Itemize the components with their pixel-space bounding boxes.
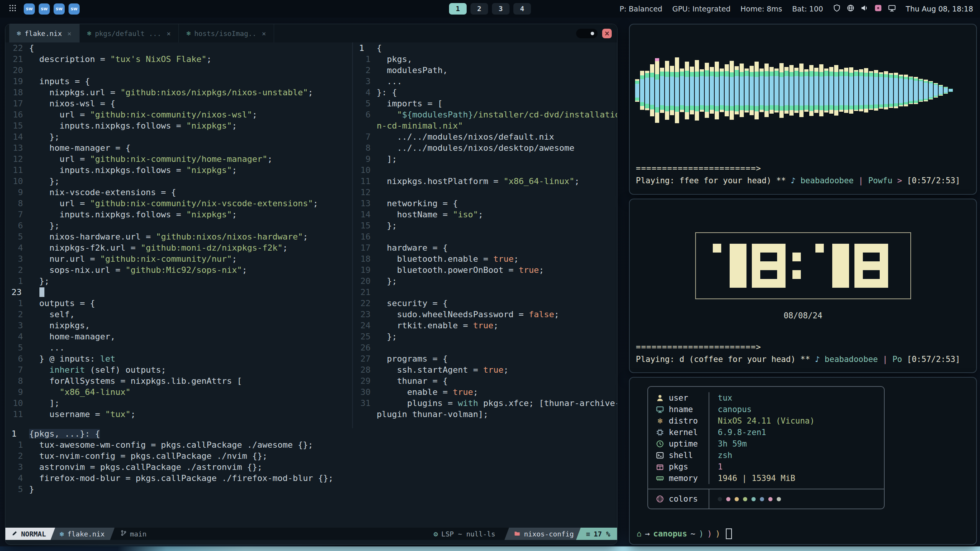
tag-button-3[interactable]: 3: [492, 3, 510, 15]
app-launcher-button[interactable]: [7, 3, 18, 15]
code-line[interactable]: 4 firefox-mod-blur = pkgs.callPackage ./…: [5, 473, 617, 484]
code-line[interactable]: 21 description = "tux's NixOS Flake";: [5, 54, 352, 65]
code-line[interactable]: 12: [353, 187, 617, 198]
tab-close-icon[interactable]: ×: [67, 29, 72, 37]
tag-button-4[interactable]: 4: [513, 3, 531, 15]
code-line[interactable]: 29 thunar = {: [353, 375, 617, 386]
code-line[interactable]: 8 forAllSystems = nixpkgs.lib.genAttrs [: [5, 375, 352, 386]
code-line[interactable]: 8 ../../modules/nixos/desktop/awesome: [353, 142, 617, 153]
code-line[interactable]: 20: [5, 65, 352, 76]
code-line[interactable]: 25 };: [353, 331, 617, 342]
code-line[interactable]: 3 nur.url = "github:nix-community/nur";: [5, 253, 352, 264]
code-line[interactable]: 3 astronvim = pkgs.callPackage ./astronv…: [5, 461, 617, 473]
code-line[interactable]: 17 hardware = {: [353, 242, 617, 253]
code-line[interactable]: 2 tux-nvim-config = pkgs.callPackage ./n…: [5, 450, 617, 461]
clock-widget[interactable]: Thu Aug 08, 18:18: [906, 5, 973, 13]
code-line[interactable]: 1 tux-awesome-wm-config = pkgs.callPacka…: [5, 439, 617, 450]
shell-prompt[interactable]: ⌂→canopus~))): [637, 528, 732, 539]
code-line[interactable]: 22{: [5, 42, 352, 54]
code-line[interactable]: 7 inherit (self) outputs;: [5, 364, 352, 375]
code-line[interactable]: 2 modulesPath,: [353, 65, 617, 76]
color-dot: [777, 497, 781, 501]
code-line[interactable]: 6 };: [5, 220, 352, 231]
code-line[interactable]: 13 home-manager = {: [5, 142, 352, 153]
code-line[interactable]: 15 };: [353, 220, 617, 231]
code-line[interactable]: 9 nix-vscode-extensions = {: [5, 187, 352, 198]
code-line[interactable]: 18 bluetooth.enable = true;: [353, 253, 617, 264]
code-line[interactable]: 10 };: [5, 176, 352, 187]
ontop-toggle-button[interactable]: [576, 29, 598, 38]
code-line[interactable]: 14 hostName = "iso";: [353, 209, 617, 220]
code-line[interactable]: 19 inputs = {: [5, 76, 352, 87]
code-line[interactable]: 11 nixpkgs.hostPlatform = "x86_64-linux"…: [353, 176, 617, 187]
code-line[interactable]: 3 ...: [353, 76, 617, 87]
dock-app-3[interactable]: sw: [54, 3, 65, 15]
code-line[interactable]: 5 ...: [5, 342, 352, 353]
code-line[interactable]: 17 nixos-wsl = {: [5, 98, 352, 109]
code-line[interactable]: 2 sops-nix.url = "github:Mic92/sops-nix"…: [5, 264, 352, 276]
code-line[interactable]: 20 };: [353, 276, 617, 287]
tab-pkgs-default-[interactable]: ❄pkgs/default ...×: [80, 24, 179, 42]
code-line[interactable]: 23 sudo.wheelNeedsPassword = false;: [353, 309, 617, 320]
code-line[interactable]: 9 ];: [353, 153, 617, 165]
code-line[interactable]: 11 inputs.nixpkgs.follows = "nixpkgs";: [5, 165, 352, 176]
code-line[interactable]: 4 nixpkgs-f2k.url = "github:moni-dz/nixp…: [5, 242, 352, 253]
code-line[interactable]: 1{pkgs, ...}: {: [5, 428, 617, 439]
code-line[interactable]: n-cd-minimal.nix": [353, 120, 617, 131]
shield-icon[interactable]: [833, 4, 841, 13]
code-line[interactable]: 6 } @ inputs: let: [5, 353, 352, 364]
code-line[interactable]: 5 nixos-hardware.url = "github:nixos/nix…: [5, 231, 352, 242]
code-line[interactable]: 5 imports = [: [353, 98, 617, 109]
dock-app-1[interactable]: sw: [24, 3, 35, 15]
code-line[interactable]: 24 rtkit.enable = true;: [353, 320, 617, 331]
tab-flake-nix[interactable]: ❄flake.nix×: [9, 24, 80, 42]
code-line[interactable]: 18 nixpkgs.url = "github:nixos/nixpkgs/n…: [5, 87, 352, 98]
tab-hosts-isoimag-[interactable]: ❄hosts/isoImag..×: [179, 24, 274, 42]
globe-icon[interactable]: [847, 4, 854, 13]
code-line[interactable]: 8 url = "github:nix-community/nix-vscode…: [5, 198, 352, 209]
code-line[interactable]: 7 ../../modules/nixos/default.nix: [353, 131, 617, 142]
code-line[interactable]: 21: [353, 287, 617, 298]
code-line[interactable]: 14 };: [5, 131, 352, 142]
dock-app-4[interactable]: sw: [69, 3, 80, 15]
code-line[interactable]: 31 plugins = with pkgs.xfce; [thunar-arc…: [353, 398, 617, 409]
code-line[interactable]: 27 programs = {: [353, 353, 617, 364]
code-line[interactable]: 4 home-manager,: [5, 331, 352, 342]
window-close-button[interactable]: ×: [602, 29, 612, 38]
code-line[interactable]: 6 "${modulesPath}/installer/cd-dvd/insta…: [353, 109, 617, 120]
code-line[interactable]: 26: [353, 342, 617, 353]
dock-app-2[interactable]: sw: [39, 3, 50, 15]
code-line[interactable]: 16: [353, 231, 617, 242]
code-line[interactable]: 5}: [5, 484, 617, 495]
code-line[interactable]: 15 inputs.nixpkgs.follows = "nixpkgs";: [5, 120, 352, 131]
tab-close-icon[interactable]: ×: [262, 29, 266, 37]
tag-button-2[interactable]: 2: [470, 3, 488, 15]
code-line[interactable]: 13 networking = {: [353, 198, 617, 209]
code-line[interactable]: 22 security = {: [353, 298, 617, 309]
code-line[interactable]: 10 ];: [5, 398, 352, 409]
code-line[interactable]: plugin thunar-volman];: [353, 409, 617, 420]
volume-icon[interactable]: [861, 4, 868, 13]
code-line[interactable]: 16 url = "github:nix-community/nixos-wsl…: [5, 109, 352, 120]
code-line[interactable]: 7 inputs.nixpkgs.follows = "nixpkgs";: [5, 209, 352, 220]
music-visualizer-window: =======================> Playing: ffee f…: [629, 24, 977, 195]
code-line[interactable]: 10: [353, 165, 617, 176]
code-line[interactable]: 2 self,: [5, 309, 352, 320]
code-line[interactable]: 9 "x86_64-linux": [5, 386, 352, 398]
code-line[interactable]: 28 ssh.startAgent = true;: [353, 364, 617, 375]
code-line[interactable]: 23: [5, 287, 352, 298]
color-picker-icon[interactable]: [874, 4, 882, 13]
tab-close-icon[interactable]: ×: [167, 29, 171, 37]
code-line[interactable]: 11 username = "tux";: [5, 409, 352, 420]
code-line[interactable]: 1 outputs = {: [5, 298, 352, 309]
code-line[interactable]: 19 bluetooth.powerOnBoot = true;: [353, 264, 617, 276]
code-line[interactable]: 30 enable = true;: [353, 386, 617, 398]
tag-button-1[interactable]: 1: [449, 3, 467, 15]
code-line[interactable]: 1 pkgs,: [353, 54, 617, 65]
code-line[interactable]: 12 url = "github:nix-community/home-mana…: [5, 153, 352, 165]
code-line[interactable]: 1 };: [5, 276, 352, 287]
code-line[interactable]: 4}: {: [353, 87, 617, 98]
display-icon[interactable]: [888, 4, 896, 13]
code-line[interactable]: 3 nixpkgs,: [5, 320, 352, 331]
code-line[interactable]: 1{: [353, 42, 617, 54]
